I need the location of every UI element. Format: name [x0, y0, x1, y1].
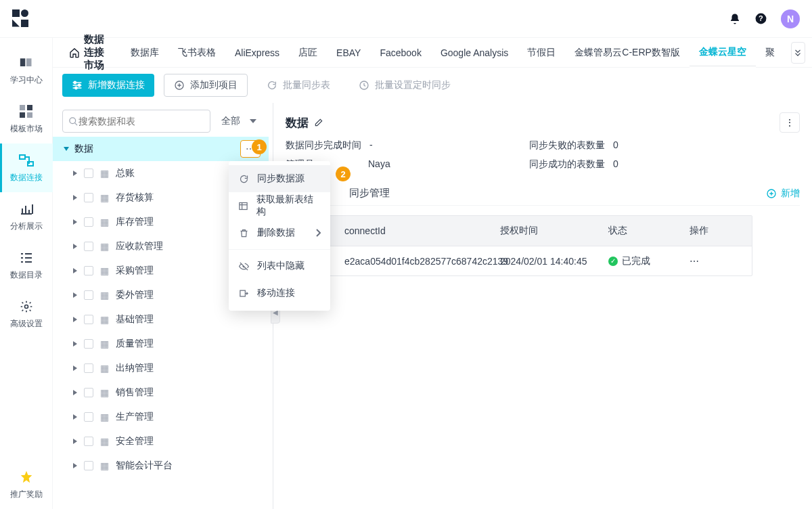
checkbox[interactable]	[84, 217, 93, 227]
schema-icon	[238, 201, 248, 211]
rail-catalog[interactable]: 数据目录	[0, 241, 53, 290]
rail-data-connection[interactable]: 数据连接	[0, 143, 53, 192]
tree-root[interactable]: 数据 ⋯	[53, 137, 269, 161]
left-rail: 学习中心 模板市场 数据连接 分析展示 数据目录 高级设置 推广奖励	[0, 38, 53, 509]
bell-icon[interactable]	[729, 13, 741, 25]
edit-icon[interactable]	[314, 118, 323, 127]
tree-node-label: 应收款管理	[116, 240, 163, 252]
tab-holiday[interactable]: 节假日	[518, 38, 565, 68]
row-action[interactable]: ⋯	[690, 256, 736, 267]
tab-feishu[interactable]: 飞书表格	[168, 38, 225, 68]
table-row[interactable]: 连接 e2aca054d01f4cb282577c68742c2139 2024…	[286, 246, 752, 275]
tree-node[interactable]: ▦安全管理	[53, 429, 269, 453]
help-icon[interactable]: ?	[754, 12, 767, 25]
avatar[interactable]: N	[781, 9, 800, 28]
ctx-sync-source[interactable]: 同步数据源	[229, 165, 330, 192]
ctx-label: 移动连接	[257, 287, 295, 299]
checkbox[interactable]	[84, 437, 93, 446]
checkbox[interactable]	[84, 193, 93, 202]
table-icon: ▦	[100, 265, 109, 276]
svg-point-10	[24, 305, 28, 308]
kebab-icon: ⋮	[785, 117, 794, 128]
rail-templates[interactable]: 模板市场	[0, 95, 53, 143]
checkbox[interactable]	[84, 388, 93, 397]
breadcrumb[interactable]: 数据连接市场	[60, 33, 121, 72]
tab-dianjiang[interactable]: 店匠	[289, 38, 327, 68]
tab-aliexpress[interactable]: AliExpress	[225, 38, 289, 68]
rail-learning[interactable]: 学习中心	[0, 46, 53, 95]
content-kebab[interactable]: ⋮	[780, 112, 800, 133]
app-logo	[12, 9, 31, 28]
checkbox[interactable]	[84, 363, 93, 373]
sliders-icon	[72, 81, 83, 90]
tab-ga[interactable]: Google Analysis	[431, 38, 518, 68]
tab-kingdee-erp[interactable]: 金蝶管易云C-ERP数智版	[565, 38, 690, 68]
tree-node[interactable]: ▦智能会计平台	[53, 453, 269, 478]
tree-node[interactable]: ▦基础管理	[53, 307, 269, 332]
checkbox[interactable]	[84, 315, 93, 324]
tab-kingdee-cloud[interactable]: 金蝶云星空	[690, 38, 756, 68]
chevron-down-icon	[250, 119, 256, 123]
status-text: 已完成	[622, 255, 650, 267]
svg-rect-3	[26, 58, 32, 66]
search-input[interactable]	[78, 116, 204, 127]
rail-label: 高级设置	[10, 318, 43, 330]
ctx-move[interactable]: 移动连接	[229, 280, 330, 307]
tree-node[interactable]: ▦质量管理	[53, 332, 269, 356]
double-chevron-down-icon	[793, 48, 803, 58]
row-connectid: e2aca054d01f4cb282577c68742c2139	[344, 256, 500, 267]
rail-label: 学习中心	[10, 74, 43, 86]
search-box[interactable]	[62, 110, 210, 133]
checkbox[interactable]	[84, 266, 93, 275]
checkbox[interactable]	[84, 290, 93, 300]
tree-node-label: 基础管理	[116, 313, 154, 326]
table-icon: ▦	[100, 363, 109, 374]
svg-rect-19	[240, 290, 245, 296]
rail-promo[interactable]: 推广奖励	[0, 460, 53, 509]
tab-row: 数据连接市场 数据库 飞书表格 AliExpress 店匠 EBAY Faceb…	[53, 38, 812, 68]
svg-text:?: ?	[759, 14, 763, 22]
tree-node[interactable]: ▦生产管理	[53, 405, 269, 429]
tab-facebook[interactable]: Facebook	[370, 38, 430, 68]
batch-schedule-button[interactable]: 批量设置定时同步	[349, 74, 460, 97]
svg-rect-6	[20, 112, 25, 118]
top-icons: ? N	[729, 9, 800, 28]
ctx-delete[interactable]: 删除数据	[229, 219, 330, 246]
table-icon: ▦	[100, 338, 109, 349]
add-to-project-button[interactable]: 添加到项目	[164, 74, 248, 97]
inner-tab-sync[interactable]: 同步管理	[349, 181, 390, 206]
tab-ju[interactable]: 聚	[756, 38, 784, 68]
rail-analysis[interactable]: 分析展示	[0, 192, 53, 241]
new-connection-button[interactable]: 新增数据连接	[62, 74, 154, 97]
checkbox[interactable]	[84, 461, 93, 470]
svg-rect-18	[240, 202, 247, 209]
list-icon	[19, 250, 34, 265]
tab-database[interactable]: 数据库	[121, 38, 168, 68]
batch-sync-button[interactable]: 批量同步表	[257, 74, 340, 97]
content-title: 数据	[286, 115, 323, 131]
ctx-refresh-schema[interactable]: 获取最新表结构	[229, 192, 330, 219]
checkbox[interactable]	[84, 242, 93, 251]
add-link[interactable]: 新增	[766, 187, 800, 200]
row-status: ✓已完成	[608, 255, 690, 267]
tree-node[interactable]: ▦销售管理	[53, 380, 269, 405]
table-icon: ▦	[100, 387, 109, 398]
tree-node-label: 智能会计平台	[116, 460, 173, 472]
ctx-hide[interactable]: 列表中隐藏	[229, 252, 330, 280]
table-icon: ▦	[100, 217, 109, 227]
checkbox[interactable]	[84, 412, 93, 422]
table-icon: ▦	[100, 241, 109, 252]
table-icon: ▦	[100, 460, 109, 471]
tree-node[interactable]: ▦出纳管理	[53, 356, 269, 380]
container: 学习中心 模板市场 数据连接 分析展示 数据目录 高级设置 推广奖励	[0, 38, 812, 509]
checkbox[interactable]	[84, 169, 93, 178]
tab-overflow[interactable]	[791, 42, 805, 64]
tab-ebay[interactable]: EBAY	[327, 38, 370, 68]
ctx-label: 列表中隐藏	[257, 260, 304, 272]
rail-advanced[interactable]: 高级设置	[0, 290, 53, 338]
filter-select[interactable]: 全部	[215, 110, 263, 133]
checkbox[interactable]	[84, 339, 93, 349]
plus-circle-icon	[766, 188, 777, 199]
th-status: 状态	[608, 225, 690, 237]
toolbar: 新增数据连接 添加到项目 批量同步表 批量设置定时同步	[53, 68, 812, 103]
